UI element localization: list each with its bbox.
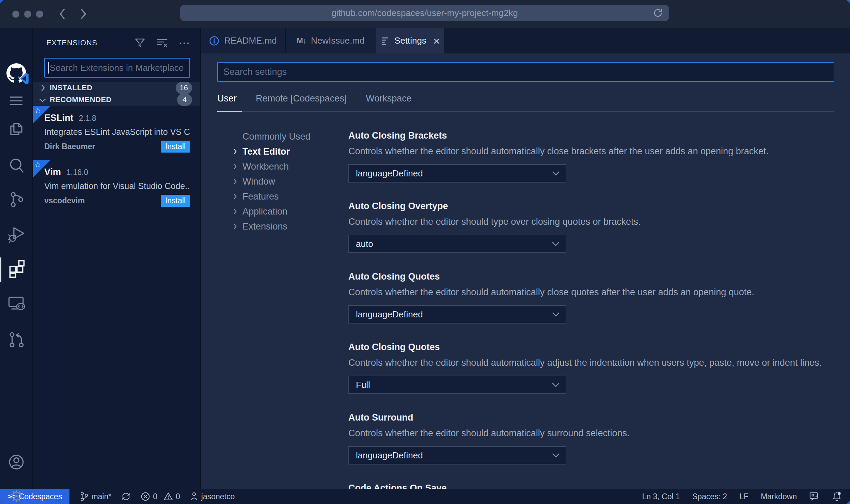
branch-indicator[interactable]: main* bbox=[80, 489, 111, 504]
clear-search-results-icon[interactable] bbox=[156, 37, 168, 48]
chevron-right-icon bbox=[37, 84, 48, 92]
sync-icon bbox=[121, 491, 131, 502]
settings-toc: Commonly Used Text Editor Workbench bbox=[217, 129, 348, 489]
extension-author: Dirk Baeumer bbox=[44, 142, 95, 151]
user-indicator[interactable]: jasonetco bbox=[190, 489, 235, 504]
install-button[interactable]: Install bbox=[161, 195, 190, 207]
extension-description: Vim emulation for Visual Studio Code... bbox=[44, 181, 190, 191]
extensions-search-box[interactable] bbox=[44, 58, 190, 78]
remote-explorer-icon[interactable] bbox=[0, 294, 33, 313]
explorer-icon[interactable] bbox=[0, 121, 33, 138]
more-actions-icon[interactable]: ⋯ bbox=[178, 40, 191, 46]
setting-dropdown[interactable]: auto bbox=[348, 235, 566, 253]
chevron-right-icon bbox=[232, 193, 242, 200]
setting-title: Auto Closing Quotes bbox=[348, 341, 834, 353]
url-text: github.com/codespaces/user-my-project-mg… bbox=[331, 8, 518, 18]
tab-settings[interactable]: Settings × bbox=[376, 28, 445, 53]
recommended-count-badge: 4 bbox=[177, 94, 192, 106]
cursor-position[interactable]: Ln 3, Col 1 bbox=[642, 489, 680, 504]
scope-tab-workspace[interactable]: Workspace bbox=[366, 93, 412, 104]
info-icon bbox=[209, 36, 219, 46]
vscode-logo bbox=[17, 73, 29, 84]
filter-icon[interactable] bbox=[134, 37, 146, 49]
source-control-icon[interactable] bbox=[0, 191, 33, 208]
window-controls[interactable] bbox=[12, 11, 43, 18]
settings-editor-icon bbox=[381, 36, 390, 46]
toc-extensions[interactable]: Extensions bbox=[232, 219, 348, 234]
warning-icon bbox=[163, 492, 173, 501]
search-icon[interactable] bbox=[0, 157, 33, 174]
setting-dropdown[interactable]: languageDefined bbox=[348, 446, 566, 464]
address-bar[interactable]: github.com/codespaces/user-my-project-mg… bbox=[180, 5, 669, 21]
browser-back-icon[interactable] bbox=[58, 7, 67, 21]
sync-button[interactable] bbox=[121, 489, 131, 504]
extension-item-eslint[interactable]: ☆ ESLint 2.1.8 Integrates ESLint JavaScr… bbox=[33, 106, 200, 160]
chevron-down-icon bbox=[551, 171, 560, 176]
setting-description: Controls whether the editor should type … bbox=[348, 216, 834, 227]
toc-workbench[interactable]: Workbench bbox=[232, 159, 348, 174]
tab-label: Settings bbox=[394, 35, 426, 46]
chevron-right-icon bbox=[232, 223, 242, 230]
toc-commonly-used[interactable]: Commonly Used bbox=[232, 129, 348, 144]
editor-area: README.md M↓ NewIssue.md Settings × User bbox=[201, 28, 850, 489]
window-minimize-button[interactable] bbox=[24, 11, 31, 18]
setting-dropdown[interactable]: Full bbox=[348, 376, 566, 394]
extension-name: ESLint bbox=[44, 113, 74, 123]
setting-dropdown[interactable]: languageDefined bbox=[348, 164, 566, 183]
install-button[interactable]: Install bbox=[161, 141, 190, 153]
run-debug-icon[interactable] bbox=[0, 225, 33, 243]
github-codespaces-logo bbox=[0, 63, 33, 83]
tab-readme[interactable]: README.md bbox=[201, 28, 286, 53]
section-label: RECOMMENDED bbox=[50, 95, 112, 104]
extension-version: 2.1.8 bbox=[79, 114, 96, 123]
setting-title: Auto Closing Brackets bbox=[348, 130, 834, 141]
active-scope-underline bbox=[217, 111, 242, 112]
github-pr-icon[interactable] bbox=[0, 330, 33, 349]
branch-icon bbox=[80, 491, 89, 502]
reload-icon[interactable] bbox=[653, 8, 663, 18]
eol-sequence[interactable]: LF bbox=[739, 489, 749, 504]
chevron-right-icon bbox=[232, 148, 242, 155]
browser-forward-icon[interactable] bbox=[79, 7, 88, 21]
language-mode[interactable]: Markdown bbox=[761, 489, 797, 504]
scope-tab-remote[interactable]: Remote [Codespaces] bbox=[256, 93, 347, 104]
problems-indicator[interactable]: 0 0 bbox=[141, 489, 180, 504]
scope-tab-user[interactable]: User bbox=[217, 93, 237, 104]
setting-title: Code Actions On Save bbox=[348, 482, 834, 489]
extension-item-vim[interactable]: ☆ Vim 1.16.0 Vim emulation for Visual St… bbox=[33, 160, 200, 214]
close-icon[interactable]: × bbox=[433, 35, 440, 47]
indentation[interactable]: Spaces: 2 bbox=[692, 489, 727, 504]
window-zoom-button[interactable] bbox=[36, 11, 43, 18]
chevron-right-icon bbox=[232, 208, 242, 215]
star-icon: ☆ bbox=[34, 160, 41, 169]
tab-newissue[interactable]: M↓ NewIssue.md bbox=[286, 28, 376, 53]
browser-window: github.com/codespaces/user-my-project-mg… bbox=[0, 0, 850, 504]
chevron-down-icon bbox=[551, 241, 560, 247]
settings-scope-tabs: User Remote [Codespaces] Workspace bbox=[217, 93, 834, 112]
settings-search-input[interactable] bbox=[223, 63, 834, 81]
tab-label: NewIssue.md bbox=[311, 35, 365, 46]
extensions-sidebar: EXTENSIONS ⋯ bbox=[33, 28, 201, 489]
section-installed[interactable]: INSTALLED 16 bbox=[33, 82, 200, 94]
chevron-right-icon bbox=[232, 163, 242, 170]
active-view-indicator bbox=[0, 257, 1, 282]
window-close-button[interactable] bbox=[12, 11, 19, 18]
toc-text-editor[interactable]: Text Editor bbox=[232, 144, 348, 159]
menu-icon[interactable] bbox=[0, 95, 33, 107]
settings-gear-icon[interactable]: ⚙ bbox=[0, 488, 33, 504]
section-recommended[interactable]: RECOMMENDED 4 bbox=[33, 94, 200, 106]
toc-features[interactable]: Features bbox=[232, 189, 348, 204]
username: jasonetco bbox=[201, 492, 235, 501]
notifications-bell-icon[interactable] bbox=[832, 489, 842, 504]
accounts-icon[interactable] bbox=[0, 453, 33, 471]
setting-auto-closing-quotes-2: Auto Closing Quotes Controls whether the… bbox=[348, 341, 834, 394]
browser-chrome: github.com/codespaces/user-my-project-mg… bbox=[0, 0, 850, 28]
setting-dropdown[interactable]: languageDefined bbox=[348, 305, 566, 324]
extensions-icon[interactable] bbox=[0, 259, 33, 278]
toc-window[interactable]: Window bbox=[232, 174, 348, 189]
settings-search-box[interactable] bbox=[217, 62, 834, 82]
feedback-icon[interactable] bbox=[809, 489, 819, 504]
toc-application[interactable]: Application bbox=[232, 204, 348, 219]
setting-title: Auto Closing Quotes bbox=[348, 271, 834, 282]
extensions-search-input[interactable] bbox=[49, 59, 189, 77]
